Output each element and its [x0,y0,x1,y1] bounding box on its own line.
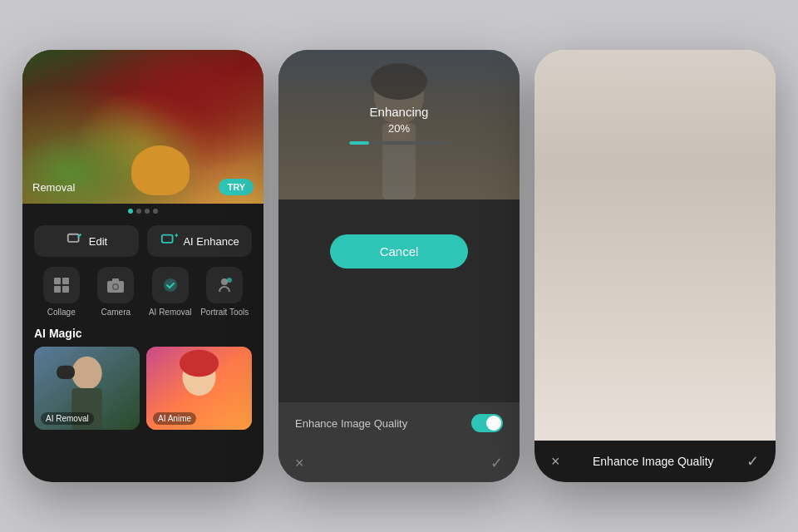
try-badge[interactable]: TRY [219,179,254,195]
screen-2: Enhancing 20% Cancel Enhance Image Quali… [278,50,520,482]
svg-point-11 [164,278,177,292]
s3-enhance-quality-label: Enhance Image Quality [593,455,714,468]
camera-icon-box [97,267,134,303]
dot-1[interactable] [128,209,133,214]
svg-rect-17 [57,366,75,379]
dot-4[interactable] [153,209,158,214]
s2-progress-overlay: Enhancing 20% [278,50,520,200]
dot-2[interactable] [136,209,141,214]
svg-rect-5 [54,286,61,293]
portrait-bg [534,50,776,441]
ai-card-removal[interactable]: AI Removal [34,347,140,430]
portrait-tools-icon [214,275,234,295]
svg-point-13 [227,278,232,283]
ai-removal-icon-box [152,267,189,303]
ai-enhance-button[interactable]: ✦ AI Enhance [147,225,252,257]
s2-enhancing-area: Enhancing 20% [278,50,520,200]
portrait-tools-tool[interactable]: Portrait Tools [198,267,253,317]
screen-3: × Enhance Image Quality ✓ [534,50,776,482]
collage-label: Collage [47,308,76,317]
s2-footer: × ✓ [278,444,520,482]
portrait-tools-icon-box [206,267,243,303]
s3-bottom-bar: × Enhance Image Quality ✓ [534,441,776,482]
progress-fill [349,141,369,145]
collage-tool[interactable]: Collage [34,267,89,317]
ai-removal-tool[interactable]: AI Removal [143,267,198,317]
carousel-dots [22,204,264,219]
edit-icon [66,234,84,249]
progress-bar [349,141,449,145]
svg-text:✦: ✦ [174,232,179,239]
edit-button[interactable]: Edit [34,225,139,257]
close-button[interactable]: × [295,455,304,472]
ai-removal-label: AI Removal [149,308,192,317]
dot-3[interactable] [145,209,150,214]
ai-card-anime[interactable]: AI Anime [146,347,252,430]
s3-close-button[interactable]: × [551,453,560,470]
s2-enhance-bar: Enhance Image Quality [278,402,520,444]
s3-confirm-button[interactable]: ✓ [746,452,759,470]
svg-point-9 [114,285,118,289]
enhancing-percent: 20% [388,122,410,135]
ai-magic-title: AI Magic [22,323,264,347]
s2-lower-area [278,303,520,402]
svg-rect-6 [62,286,69,293]
camera-label: Camera [101,308,131,317]
removal-badge: Removal [32,181,75,194]
toggle-knob [486,416,501,431]
action-buttons: Edit ✦ AI Enhance [22,219,264,264]
camera-icon [106,275,126,295]
corgi-shape [131,145,190,195]
screens-container: Removal TRY Edit [6,33,792,499]
ai-enhance-label: AI Enhance [183,235,239,248]
ai-card-anime-label: AI Anime [153,412,196,425]
svg-point-12 [221,278,228,285]
confirm-button[interactable]: ✓ [490,454,503,472]
ai-enhance-icon: ✦ [160,234,178,249]
ai-removal-icon [160,275,180,295]
svg-rect-10 [112,278,119,282]
enhancing-label: Enhancing [370,105,429,119]
svg-point-20 [180,350,219,377]
portrait-area [534,50,776,441]
svg-rect-4 [62,278,69,284]
portrait-tools-label: Portrait Tools [200,308,249,317]
s2-middle: Cancel [278,200,520,303]
collage-icon-box [43,267,80,303]
svg-rect-1 [162,235,173,243]
enhance-toggle[interactable] [471,414,503,432]
hero-image: Removal TRY [22,50,264,204]
svg-rect-0 [68,234,79,242]
screen-1: Removal TRY Edit [22,50,264,482]
edit-label: Edit [89,235,107,248]
collage-icon [52,275,71,295]
cancel-button[interactable]: Cancel [330,234,469,268]
enhance-quality-label: Enhance Image Quality [295,417,407,430]
camera-tool[interactable]: Camera [89,267,144,317]
ai-magic-grid: AI Removal [22,347,264,482]
ai-card-removal-label: AI Removal [41,412,94,425]
svg-rect-3 [54,278,61,284]
tool-grid: Collage Camera [22,264,264,323]
svg-point-15 [71,357,101,390]
